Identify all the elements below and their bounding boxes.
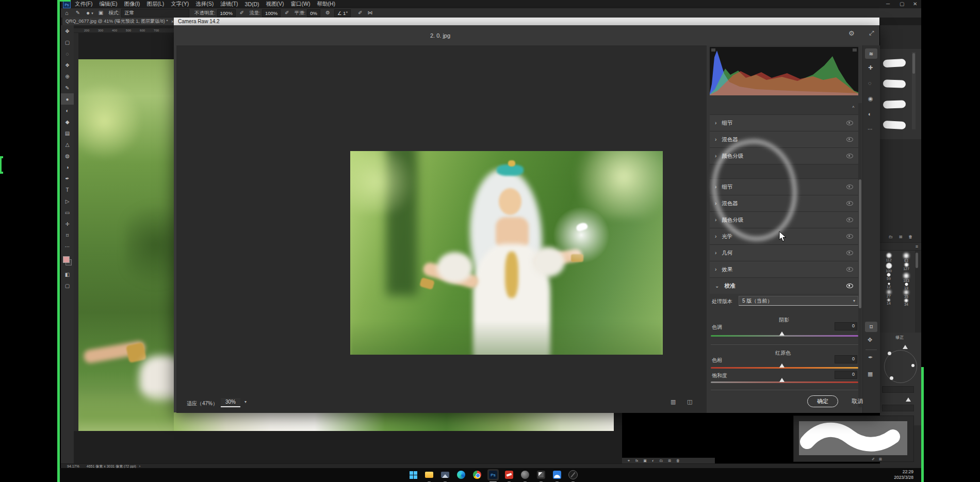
menu-3d[interactable]: 3D(D) [245, 1, 259, 7]
smoothing-gear-icon[interactable]: ⚙ [325, 10, 330, 15]
process-version-select[interactable]: 5 版（当前） ▾ [739, 296, 858, 306]
grid-overlay-icon[interactable]: ▦ [868, 371, 873, 377]
preferences-gear-icon[interactable]: ⚙ [848, 30, 855, 37]
delete-layer-icon[interactable]: 🗑 [676, 459, 680, 462]
move-tool[interactable]: ✥ [61, 25, 74, 37]
saturation-slider-thumb[interactable] [779, 378, 785, 382]
mode-select[interactable]: 正常 [121, 9, 189, 18]
eye-icon[interactable] [846, 218, 853, 222]
eye-icon[interactable] [846, 251, 853, 255]
new-preset-icon[interactable]: ⊞ [879, 457, 882, 461]
camera-raw-preview-area[interactable]: 适应（47%） 30% ▾ ▥ ◫ [176, 45, 707, 413]
tint-value-field[interactable]: 0 [835, 322, 857, 330]
hue-slider-thumb[interactable] [779, 363, 785, 368]
eye-icon[interactable] [846, 185, 853, 189]
delete-icon[interactable]: 🗑 [908, 235, 912, 239]
menu-layer[interactable]: 图层(L) [146, 1, 164, 8]
panel-menu-icon[interactable]: ≡ [916, 244, 918, 249]
history-brush-tool[interactable]: ◆ [61, 116, 74, 127]
healing-tool[interactable]: ✚ [868, 65, 873, 71]
dark-circle-app-icon[interactable] [519, 469, 531, 480]
taskbar-clock[interactable]: 22:29 2023/3/28 [894, 469, 913, 480]
brush-preset-icon[interactable]: ● [86, 10, 90, 16]
saturation-slider[interactable] [711, 381, 858, 383]
fit-zoom-label[interactable]: 适应（47%） [187, 400, 218, 407]
cancel-button[interactable]: 取消 [852, 397, 863, 405]
start-button[interactable] [407, 469, 419, 480]
value-box[interactable] [882, 405, 914, 411]
brush-stroke-thumb[interactable] [883, 79, 906, 88]
brush-item[interactable]: 127 [897, 262, 915, 273]
eraser-tool[interactable]: ▤ [61, 127, 74, 139]
zoom-chevron-icon[interactable]: ▾ [244, 400, 247, 404]
brush-item[interactable]: 12 [880, 282, 897, 290]
red-eye-tool[interactable]: ◉ [868, 96, 873, 102]
slider-thumb[interactable] [906, 397, 911, 402]
new-layer-icon[interactable]: ⊞ [668, 459, 671, 462]
type-tool[interactable]: T [61, 184, 74, 195]
airbrush-icon[interactable]: ✐ [285, 10, 289, 15]
eye-icon[interactable] [846, 121, 853, 125]
new-folder-icon[interactable]: 🗀 [889, 235, 893, 239]
file-explorer-icon[interactable] [423, 469, 435, 480]
document-tab[interactable]: QRQ_0677.jpg @ 41% (曝光预设 1, 图层蒙版/8) * × [62, 18, 177, 25]
split-view-icon[interactable]: ◫ [687, 399, 692, 405]
histogram[interactable] [710, 47, 858, 95]
opacity-select[interactable]: 100% [217, 9, 236, 17]
ok-button[interactable]: 确定 [807, 395, 838, 407]
hand-tool-cr[interactable]: ✥ [868, 337, 872, 343]
section-calibration[interactable]: ⌄校准 [710, 277, 858, 294]
before-after-icon[interactable]: ▥ [671, 399, 676, 405]
section-color-mixer-2[interactable]: ›混色器 [710, 195, 858, 211]
section-detail[interactable]: ›细节 [710, 114, 858, 131]
path-select-tool[interactable]: ▷ [61, 195, 74, 207]
close-button[interactable]: ✕ [913, 2, 917, 7]
eye-icon[interactable] [846, 137, 853, 142]
eyedropper-tool[interactable]: ✎ [61, 82, 74, 93]
lasso-tool[interactable]: ◌ [61, 48, 74, 59]
section-geometry[interactable]: ›几何 [710, 244, 858, 261]
clone-stamp-tool[interactable]: ◐ [61, 105, 74, 116]
dodge-tool[interactable]: ◑ [61, 161, 74, 173]
brush-item[interactable]: 63 [897, 253, 915, 262]
status-expander-icon[interactable]: › [139, 464, 140, 468]
pressure-icon[interactable]: ✐ [872, 457, 875, 461]
new-group-icon[interactable]: 🗀 [659, 459, 663, 462]
brush-preset-chevron-icon[interactable]: ▾ [91, 11, 93, 15]
canvas-photo-left-strip[interactable] [78, 59, 174, 431]
more-tools-icon[interactable]: ⋯ [868, 127, 873, 132]
panel-scrollbar[interactable] [912, 52, 916, 129]
menu-help[interactable]: 帮助(H) [317, 1, 336, 8]
eye-icon[interactable] [846, 201, 853, 206]
highlight-clipping-toggle[interactable] [853, 48, 857, 52]
canvas-photo-bottom-strip[interactable] [174, 412, 614, 431]
hue-wheel[interactable] [884, 350, 917, 383]
smoothing-select[interactable]: 0% [307, 9, 320, 17]
brush-item[interactable]: 183 [897, 273, 915, 282]
menu-filter[interactable]: 滤镜(T) [220, 1, 238, 8]
quick-select-tool[interactable]: ❖ [61, 59, 74, 71]
masking-tool[interactable]: ◌ [868, 80, 872, 86]
red-app-icon[interactable] [503, 469, 515, 480]
hand-tool[interactable]: ✛ [61, 218, 74, 229]
hue-value-field[interactable]: 0 [835, 355, 857, 363]
eye-icon[interactable] [846, 154, 853, 158]
adjustment-layer-icon[interactable]: ◐ [652, 459, 654, 462]
photoshop-taskbar-icon[interactable]: Ps [487, 469, 499, 480]
menu-select[interactable]: 选择(S) [195, 1, 214, 8]
edge-browser-icon[interactable] [455, 469, 467, 480]
blue-app-icon[interactable] [551, 469, 563, 480]
edit-toolbar-icon[interactable]: ⋯ [61, 241, 74, 252]
new-brush-icon[interactable]: ⊞ [899, 235, 903, 239]
color-swatches[interactable] [61, 255, 74, 269]
eye-icon[interactable] [846, 284, 853, 288]
brush-stroke-thumb[interactable] [883, 121, 906, 129]
maximize-button[interactable]: ▢ [900, 2, 904, 7]
slider-thumb[interactable] [903, 345, 908, 349]
layer-style-icon[interactable]: fx [635, 459, 638, 462]
menu-file[interactable]: 文件(F) [75, 1, 92, 8]
tint-slider-thumb[interactable] [779, 331, 785, 336]
brush-item[interactable]: 59 [880, 273, 897, 282]
menu-image[interactable]: 图像(I) [124, 1, 140, 8]
fullscreen-icon[interactable]: ⤢ [869, 30, 874, 36]
